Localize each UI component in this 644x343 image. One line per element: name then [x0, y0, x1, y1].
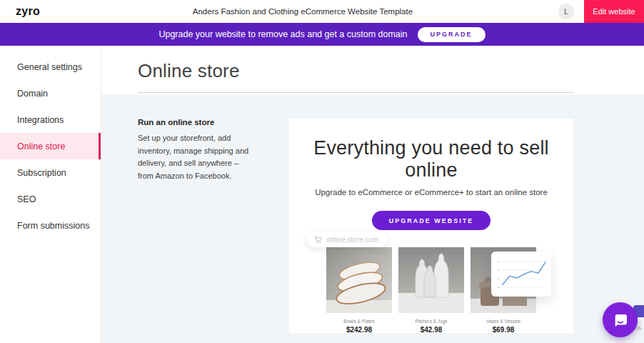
chat-bubble-icon: [611, 311, 630, 329]
page-header: Online store: [101, 46, 644, 94]
section-heading: Run an online store: [138, 118, 256, 126]
sidebar-item-general-settings[interactable]: General settings: [0, 54, 101, 80]
sidebar-item-domain[interactable]: Domain: [0, 80, 101, 106]
store-url-pill: online.store.com: [307, 232, 387, 247]
product-price: $242.98: [326, 326, 392, 334]
upsell-card: Everything you need to sell online Upgra…: [289, 119, 573, 333]
top-bar: zyro Anders Fashion and Clothing eCommer…: [0, 0, 644, 23]
cart-icon: [313, 235, 323, 244]
product-name: Vases & Vessels: [471, 319, 536, 324]
sidebar-item-form-submissions[interactable]: Form submissions: [0, 212, 101, 239]
upgrade-banner-text: Upgrade your website to remove ads and g…: [159, 29, 407, 39]
sidebar-item-online-store[interactable]: Online store: [0, 133, 101, 159]
settings-body: Run an online store Set up your storefro…: [101, 94, 644, 343]
user-avatar[interactable]: L: [558, 4, 574, 19]
mini-sales-chart: [491, 252, 551, 297]
product-tile: Bowls & Plates $242.98: [326, 247, 392, 334]
product-tile: Pitchers & Jugs $42.98: [398, 247, 464, 334]
settings-sidebar: General settings Domain Integrations Onl…: [0, 46, 101, 343]
section-info: Run an online store Set up your storefro…: [138, 118, 256, 182]
upsell-subheading: Upgrade to eCommerce or eCommerce+ to st…: [289, 188, 573, 197]
site-title: Anders Fashion and Clothing eCommerce We…: [193, 7, 413, 16]
product-image-bowls: [326, 247, 392, 313]
page-title: Online store: [101, 46, 644, 82]
product-name: Pitchers & Jugs: [398, 319, 464, 324]
mini-chart-svg: [491, 252, 551, 297]
header-divider: [138, 92, 573, 93]
sidebar-item-integrations[interactable]: Integrations: [0, 106, 101, 133]
topbar-right: L Edit website: [558, 0, 644, 23]
product-price: $69.98: [471, 326, 536, 334]
chat-button[interactable]: [603, 302, 638, 337]
upgrade-banner-button[interactable]: UPGRADE: [418, 27, 485, 42]
upsell-heading: Everything you need to sell online: [289, 137, 573, 182]
upgrade-banner: Upgrade your website to remove ads and g…: [0, 23, 644, 46]
product-price: $42.98: [398, 326, 464, 334]
product-image-pitchers: [398, 247, 464, 313]
edit-website-button[interactable]: Edit website: [584, 0, 644, 23]
store-url-text: online.store.com: [326, 236, 378, 244]
zyro-logo[interactable]: zyro: [16, 5, 40, 18]
upgrade-website-button[interactable]: UPGRADE WEBSITE: [372, 211, 491, 230]
main-content: Online store Run an online store Set up …: [101, 46, 644, 343]
sidebar-item-subscription[interactable]: Subscription: [0, 159, 101, 186]
sidebar-item-seo[interactable]: SEO: [0, 186, 101, 212]
mini-chart-line: [503, 262, 545, 285]
product-name: Bowls & Plates: [326, 319, 392, 324]
section-description: Set up your storefront, add inventory, m…: [138, 132, 256, 182]
